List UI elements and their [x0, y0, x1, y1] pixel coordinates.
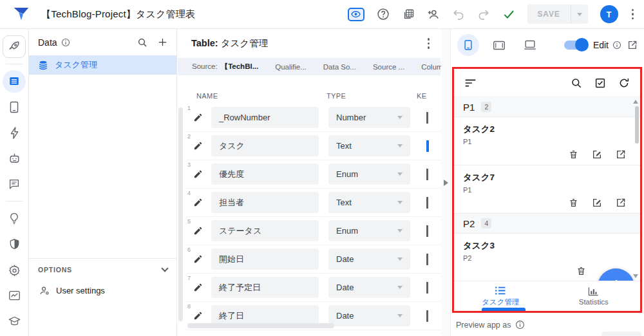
tab-statistics[interactable]: Statistics: [547, 281, 641, 311]
info-icon[interactable]: [612, 41, 621, 50]
edit-mode-toggle[interactable]: [564, 41, 587, 50]
key-checkbox-partial[interactable]: [426, 112, 428, 124]
delete-icon[interactable]: [576, 266, 586, 276]
sort-filter-icon[interactable]: [464, 79, 477, 88]
device-tablet-button[interactable]: [488, 34, 510, 56]
column-name-input[interactable]: タスク: [211, 135, 319, 156]
edit-pencil-icon[interactable]: [193, 169, 203, 179]
column-name-input[interactable]: 開始日: [211, 248, 319, 270]
column-type-select[interactable]: Text: [328, 192, 410, 213]
sample-data-icon[interactable]: [402, 8, 415, 21]
column-name-input[interactable]: 担当者: [211, 192, 319, 213]
column-name-input[interactable]: 終了予定日: [211, 277, 319, 298]
graduation-cap-icon: [8, 316, 21, 327]
column-type-select[interactable]: Number: [328, 107, 410, 128]
expand-panel-arrow-icon[interactable]: [444, 180, 448, 186]
group-header[interactable]: P2 4: [454, 214, 640, 234]
search-icon[interactable]: [137, 37, 147, 48]
nav-settings[interactable]: [3, 259, 26, 281]
list-scrollbar-thumb[interactable]: [635, 106, 639, 144]
edit-pencil-icon[interactable]: [193, 141, 203, 151]
nav-comments[interactable]: [3, 173, 26, 196]
open-record-icon[interactable]: [616, 149, 626, 160]
top-bar: 【TechBlog-Project】タスク管理表 SAVE T: [0, 0, 644, 29]
save-button[interactable]: SAVE: [527, 5, 588, 24]
delete-icon[interactable]: [569, 198, 578, 208]
undo-icon[interactable]: [452, 8, 465, 21]
info-icon[interactable]: [61, 38, 70, 47]
column-type-select[interactable]: Enum: [328, 220, 410, 241]
key-checkbox-partial[interactable]: [426, 310, 428, 322]
help-icon[interactable]: [377, 8, 390, 21]
edit-icon[interactable]: [592, 149, 602, 160]
nav-intelligence[interactable]: [3, 207, 26, 230]
multi-select-icon[interactable]: [594, 77, 606, 89]
table-menu-icon[interactable]: [426, 37, 431, 50]
column-type-select[interactable]: Enum: [328, 163, 410, 185]
data-table-item[interactable]: タスク管理: [29, 55, 176, 75]
nav-chatbot[interactable]: [3, 147, 26, 170]
group-count-badge: 2: [481, 102, 491, 112]
nav-app-views[interactable]: [3, 96, 26, 118]
scroll-down-arrow-icon[interactable]: [633, 274, 638, 278]
group-header[interactable]: P1 2: [454, 97, 640, 117]
column-type-select[interactable]: Text: [328, 135, 410, 156]
nav-learning[interactable]: [3, 310, 26, 333]
refresh-icon[interactable]: [618, 77, 630, 89]
tab-task-list[interactable]: タスク管理: [454, 281, 547, 311]
source-field[interactable]: Source:【TechBl...: [192, 62, 258, 71]
open-in-new-icon[interactable]: [627, 40, 638, 50]
vertical-scrollbar[interactable]: [178, 107, 183, 321]
column-name-input[interactable]: _RowNumber: [211, 107, 319, 128]
save-button-label[interactable]: SAVE: [527, 5, 571, 24]
device-desktop-button[interactable]: [519, 34, 541, 56]
key-checkbox-partial[interactable]: [426, 282, 428, 294]
edit-pencil-icon[interactable]: [193, 254, 203, 264]
user-settings-item[interactable]: User settings: [29, 281, 176, 300]
preview-eye-button[interactable]: [348, 8, 365, 21]
column-name-input[interactable]: ステータス: [211, 220, 319, 241]
device-phone-button[interactable]: [457, 34, 479, 56]
data-source-field[interactable]: Data So...: [323, 63, 356, 71]
source-path-field[interactable]: Source ...: [373, 63, 404, 71]
add-table-icon[interactable]: [158, 37, 167, 47]
edit-pencil-icon[interactable]: [193, 311, 203, 321]
column-type-select[interactable]: Date: [328, 248, 410, 270]
edit-icon[interactable]: [592, 198, 602, 208]
more-menu-icon[interactable]: [630, 8, 636, 21]
task-card[interactable]: タスク7 P1: [454, 165, 640, 214]
redo-icon[interactable]: [477, 8, 490, 21]
column-type-select[interactable]: Date: [328, 277, 410, 298]
delete-icon[interactable]: [569, 149, 578, 160]
nav-security[interactable]: [3, 233, 26, 256]
row-number: 5: [187, 218, 191, 225]
key-checkbox-partial[interactable]: [426, 197, 428, 209]
column-type-select[interactable]: Date: [328, 305, 410, 326]
open-record-icon[interactable]: [616, 198, 626, 208]
key-checkbox-partial[interactable]: [426, 140, 429, 152]
share-add-user-icon[interactable]: [427, 8, 440, 21]
nav-launch-button[interactable]: [3, 35, 26, 58]
key-checkbox-partial[interactable]: [426, 254, 428, 265]
nav-data[interactable]: [3, 70, 26, 93]
nav-automation[interactable]: [3, 122, 26, 144]
horizontal-scrollbar[interactable]: [187, 323, 334, 328]
nav-manage[interactable]: [3, 285, 26, 307]
key-checkbox-partial[interactable]: [426, 225, 428, 237]
edit-pencil-icon[interactable]: [193, 198, 203, 207]
qualifier-field[interactable]: Qualifie...: [275, 63, 307, 71]
column-name-input[interactable]: 優先度: [211, 163, 319, 185]
user-avatar[interactable]: T: [600, 5, 618, 23]
search-icon[interactable]: [571, 77, 582, 89]
edit-pencil-icon[interactable]: [193, 226, 203, 236]
info-icon[interactable]: [515, 320, 525, 330]
task-card[interactable]: タスク2 P1: [454, 117, 640, 165]
scroll-up-arrow-icon[interactable]: [633, 100, 638, 104]
edit-pencil-icon[interactable]: [193, 113, 203, 122]
save-dropdown-button[interactable]: [571, 5, 588, 24]
key-checkbox-partial[interactable]: [426, 169, 428, 180]
edit-pencil-icon[interactable]: [193, 283, 203, 292]
left-nav-rail: [0, 29, 29, 336]
preview-as-button-partial[interactable]: [601, 331, 641, 336]
options-section-header[interactable]: OPTIONS: [29, 259, 176, 281]
